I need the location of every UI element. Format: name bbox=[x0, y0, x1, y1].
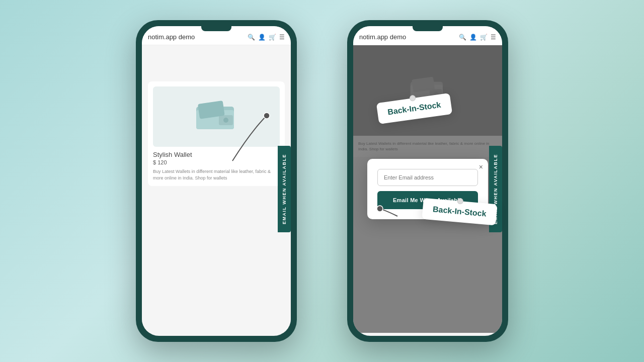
product-price: $ 120 bbox=[153, 159, 280, 165]
cart-icon[interactable]: 🛒 bbox=[269, 34, 276, 41]
right-phone-notch bbox=[413, 26, 443, 31]
right-nav-logo: notim.app demo bbox=[359, 33, 456, 41]
left-phone: notim.app demo 🔍 👤 🛒 ☰ bbox=[136, 20, 297, 342]
tag1-hole bbox=[410, 95, 417, 102]
tag1-container: Back-In-Stock bbox=[377, 98, 451, 119]
wallet-illustration bbox=[153, 86, 280, 147]
right-phone: notim.app demo 🔍 👤 🛒 ☰ bbox=[347, 20, 508, 342]
svg-point-5 bbox=[223, 118, 228, 123]
tag2: Back-In-Stock bbox=[422, 198, 497, 226]
tag2-container: Back-In-Stock bbox=[423, 201, 497, 222]
tag1-label: Back-In-Stock bbox=[387, 101, 441, 117]
product-card: Stylish Wallet $ 120 Buy Latest Wallets … bbox=[148, 81, 285, 186]
right-phone-content: Buy Latest Wallets in different material… bbox=[353, 45, 502, 333]
left-nav-icons: 🔍 👤 🛒 ☰ bbox=[248, 34, 285, 41]
right-cart-icon[interactable]: 🛒 bbox=[480, 34, 488, 41]
left-nav-logo: notim.app demo bbox=[148, 33, 245, 41]
tag2-hole bbox=[457, 198, 464, 205]
right-user-icon[interactable]: 👤 bbox=[469, 34, 477, 41]
user-icon[interactable]: 👤 bbox=[258, 34, 266, 41]
scene: notim.app demo 🔍 👤 🛒 ☰ bbox=[0, 0, 644, 362]
tag2-label: Back-In-Stock bbox=[433, 205, 487, 218]
wallet-svg bbox=[194, 99, 239, 134]
left-phone-notch bbox=[201, 26, 231, 31]
product-desc: Buy Latest Wallets in different material… bbox=[153, 168, 280, 181]
right-search-icon[interactable]: 🔍 bbox=[459, 34, 466, 41]
product-name: Stylish Wallet bbox=[153, 151, 280, 158]
phones-wrapper: notim.app demo 🔍 👤 🛒 ☰ bbox=[136, 20, 508, 342]
right-nav-icons: 🔍 👤 🛒 ☰ bbox=[459, 34, 496, 41]
search-icon[interactable]: 🔍 bbox=[248, 34, 255, 41]
email-input[interactable] bbox=[377, 169, 478, 186]
right-phone-screen: notim.app demo 🔍 👤 🛒 ☰ bbox=[353, 26, 502, 336]
modal-close-button[interactable]: × bbox=[479, 163, 483, 171]
left-side-tab[interactable]: EMAIL WHEN AVAILABLE bbox=[278, 146, 291, 232]
menu-icon[interactable]: ☰ bbox=[279, 34, 285, 41]
left-phone-content: Stylish Wallet $ 120 Buy Latest Wallets … bbox=[142, 45, 291, 333]
left-phone-screen: notim.app demo 🔍 👤 🛒 ☰ bbox=[142, 26, 291, 336]
right-menu-icon[interactable]: ☰ bbox=[491, 34, 496, 41]
